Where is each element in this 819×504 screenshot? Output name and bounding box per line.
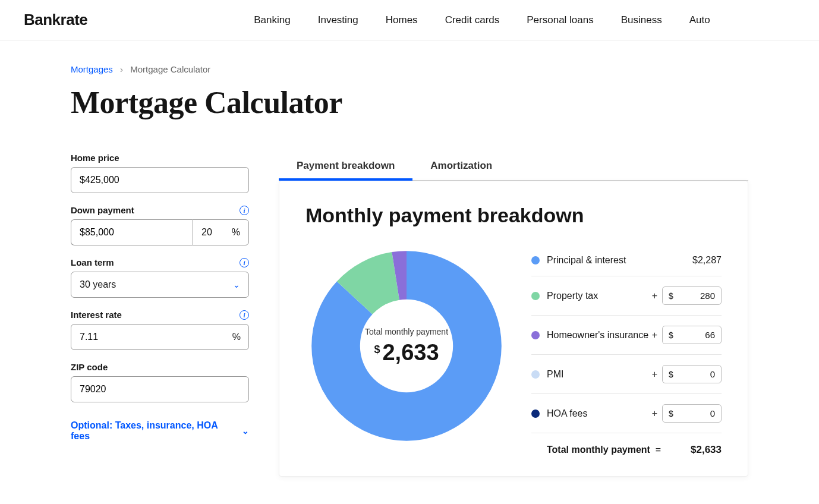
legend-dot bbox=[531, 370, 540, 379]
legend-row: HOA fees+$0 bbox=[531, 394, 722, 433]
loan-term-value: 30 years bbox=[80, 279, 116, 290]
amount-input[interactable]: $66 bbox=[662, 326, 722, 344]
chevron-down-icon: ⌄ bbox=[242, 426, 249, 436]
nav-personal-loans[interactable]: Personal loans bbox=[527, 14, 593, 26]
results-panel: Payment breakdown Amortization Monthly p… bbox=[279, 153, 748, 477]
legend-label: HOA fees bbox=[547, 408, 587, 419]
interest-rate-label: Interest rate bbox=[71, 310, 122, 320]
breakdown-heading: Monthly payment breakdown bbox=[305, 204, 722, 227]
info-icon[interactable]: i bbox=[240, 258, 249, 267]
info-icon[interactable]: i bbox=[240, 310, 249, 320]
donut-chart: Total monthly payment $2,633 bbox=[305, 245, 508, 447]
legend-dot bbox=[531, 292, 540, 300]
nav-investing[interactable]: Investing bbox=[318, 14, 358, 26]
tabs: Payment breakdown Amortization bbox=[279, 153, 748, 181]
equals-icon: = bbox=[656, 445, 661, 455]
legend: Principal & interest$2,287Property tax+$… bbox=[531, 245, 722, 458]
down-payment-pct-input[interactable]: 20 % bbox=[193, 219, 249, 245]
legend-label: Property tax bbox=[547, 291, 598, 301]
tab-amortization[interactable]: Amortization bbox=[412, 153, 510, 180]
dollar-icon: $ bbox=[669, 409, 673, 418]
percent-suffix: % bbox=[232, 227, 240, 238]
interest-rate-input[interactable] bbox=[71, 324, 249, 350]
legend-dot bbox=[531, 410, 540, 418]
plus-icon: + bbox=[652, 291, 657, 301]
legend-label: Homeowner's insurance bbox=[547, 330, 648, 341]
legend-dot bbox=[531, 256, 540, 264]
legend-row: PMI+$0 bbox=[531, 355, 722, 394]
legend-row: Homeowner's insurance+$66 bbox=[531, 316, 722, 355]
amount-input[interactable]: $0 bbox=[662, 404, 722, 423]
legend-row: Principal & interest$2,287 bbox=[531, 245, 722, 276]
amount-value: $2,287 bbox=[692, 255, 722, 266]
breakdown-card: Monthly payment breakdown Total monthly … bbox=[279, 181, 748, 477]
legend-label: PMI bbox=[547, 369, 563, 380]
legend-label: Principal & interest bbox=[547, 255, 626, 266]
brand-logo[interactable]: Bankrate bbox=[24, 11, 87, 29]
zip-label: ZIP code bbox=[71, 362, 108, 372]
legend-dot bbox=[531, 331, 540, 339]
zip-input[interactable] bbox=[71, 376, 249, 402]
nav-banking[interactable]: Banking bbox=[254, 14, 290, 26]
tab-payment-breakdown[interactable]: Payment breakdown bbox=[279, 153, 412, 180]
legend-row: Property tax+$280 bbox=[531, 276, 722, 316]
amount-value: 280 bbox=[700, 291, 715, 301]
breadcrumb-parent[interactable]: Mortgages bbox=[71, 64, 113, 74]
chevron-down-icon: ⌄ bbox=[233, 280, 240, 289]
breadcrumb-current: Mortgage Calculator bbox=[130, 64, 210, 74]
amount-value: 66 bbox=[705, 330, 715, 340]
loan-term-select[interactable]: 30 years ⌄ bbox=[71, 272, 249, 298]
plus-icon: + bbox=[652, 408, 657, 419]
top-nav: Bankrate Banking Investing Homes Credit … bbox=[0, 0, 819, 40]
plus-icon: + bbox=[652, 330, 657, 341]
total-value: $2,633 bbox=[691, 444, 722, 456]
optional-fees-label: Optional: Taxes, insurance, HOA fees bbox=[71, 420, 237, 442]
dollar-icon: $ bbox=[669, 291, 673, 301]
breadcrumb: Mortgages › Mortgage Calculator bbox=[71, 64, 748, 74]
nav-homes[interactable]: Homes bbox=[386, 14, 418, 26]
info-icon[interactable]: i bbox=[240, 206, 249, 215]
breadcrumb-separator: › bbox=[120, 64, 123, 74]
dollar-icon: $ bbox=[669, 330, 673, 340]
loan-term-label: Loan term bbox=[71, 257, 114, 267]
nav-credit-cards[interactable]: Credit cards bbox=[445, 14, 500, 26]
total-label: Total monthly payment bbox=[547, 445, 650, 455]
nav-links: Banking Investing Homes Credit cards Per… bbox=[254, 14, 710, 26]
percent-suffix: % bbox=[232, 332, 241, 342]
amount-value: 0 bbox=[710, 369, 715, 379]
amount-input[interactable]: $0 bbox=[662, 365, 722, 383]
donut-center-value: $2,633 bbox=[365, 340, 448, 366]
down-payment-label: Down payment bbox=[71, 205, 134, 215]
nav-auto[interactable]: Auto bbox=[689, 14, 710, 26]
donut-center-label: Total monthly payment bbox=[365, 327, 448, 336]
home-price-input[interactable] bbox=[71, 167, 249, 193]
amount-input[interactable]: $280 bbox=[662, 286, 722, 305]
plus-icon: + bbox=[652, 369, 657, 380]
dollar-icon: $ bbox=[669, 370, 673, 379]
nav-business[interactable]: Business bbox=[621, 14, 662, 26]
home-price-label: Home price bbox=[71, 153, 119, 163]
legend-total-row: Total monthly payment=$2,633 bbox=[531, 433, 722, 458]
down-payment-pct-value: 20 bbox=[201, 227, 212, 238]
page-title: Mortgage Calculator bbox=[71, 85, 748, 120]
amount-value: 0 bbox=[710, 408, 715, 418]
optional-fees-toggle[interactable]: Optional: Taxes, insurance, HOA fees ⌄ bbox=[71, 420, 249, 442]
calculator-form: Home price Down payment i 20 % bbox=[71, 153, 249, 442]
down-payment-input[interactable] bbox=[71, 219, 193, 245]
